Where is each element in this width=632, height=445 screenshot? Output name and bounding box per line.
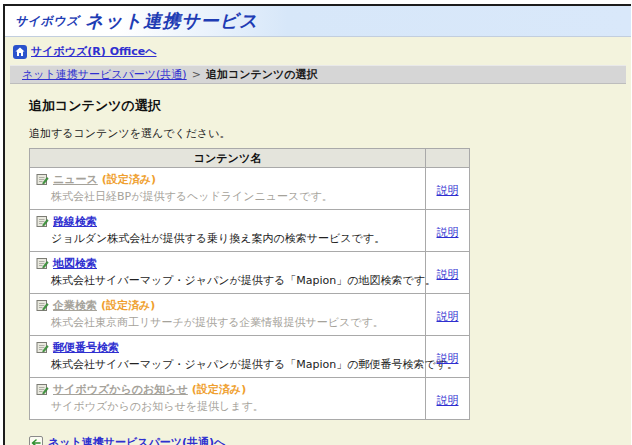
home-office-link[interactable]: サイボウズ(R) Officeへ bbox=[31, 44, 157, 59]
main-content: 追加コンテンツの選択 追加するコンテンツを選んでください。 コンテンツ名 bbox=[5, 84, 631, 420]
content-description: サイボウズからのお知らせを提供します。 bbox=[51, 399, 421, 414]
footer-nav-row: ネット連携サービスパーツ(共通)へ bbox=[29, 435, 631, 445]
breadcrumb-parent-link[interactable]: ネット連携サービスパーツ(共通) bbox=[22, 67, 187, 82]
configured-badge: (設定済み) bbox=[102, 172, 156, 187]
content-description: 株式会社東京商工リサーチが提供する企業情報提供サービスです。 bbox=[51, 315, 421, 330]
content-link[interactable]: サイボウズからのお知らせ bbox=[53, 382, 188, 397]
back-arrow-icon bbox=[29, 436, 43, 445]
content-link[interactable]: 郵便番号検索 bbox=[53, 340, 119, 355]
detail-link[interactable]: 説明 bbox=[437, 394, 459, 407]
detail-cell: 説明 bbox=[426, 294, 470, 336]
home-icon bbox=[13, 45, 27, 59]
detail-link[interactable]: 説明 bbox=[437, 184, 459, 197]
content-link[interactable]: 企業検索 bbox=[53, 298, 97, 313]
configured-badge: (設定済み) bbox=[192, 382, 246, 397]
content-description: 株式会社サイバーマップ・ジャパンが提供する「Mapion」の地図検索です。 bbox=[51, 273, 421, 288]
content-description: ジョルダン株式会社が提供する乗り換え案内の検索サービスです。 bbox=[51, 231, 421, 246]
detail-cell: 説明 bbox=[426, 210, 470, 252]
detail-cell: 説明 bbox=[426, 378, 470, 420]
content-table-body: ニュース (設定済み) 株式会社日経BPが提供するヘッドラインニュースです。 説… bbox=[30, 168, 470, 420]
note-edit-icon bbox=[36, 299, 49, 312]
table-row: ニュース (設定済み) 株式会社日経BPが提供するヘッドラインニュースです。 説… bbox=[30, 168, 470, 210]
content-name-cell: ニュース (設定済み) 株式会社日経BPが提供するヘッドラインニュースです。 bbox=[30, 168, 426, 210]
detail-column-header bbox=[426, 149, 470, 168]
content-description: 株式会社サイバーマップ・ジャパンが提供する「Mapion」の郵便番号検索です。 bbox=[51, 357, 421, 372]
brand-logo: サイボウズ bbox=[15, 13, 79, 30]
content-name-cell: 路線検索 ジョルダン株式会社が提供する乗り換え案内の検索サービスです。 bbox=[30, 210, 426, 252]
detail-link[interactable]: 説明 bbox=[437, 310, 459, 323]
detail-link[interactable]: 説明 bbox=[437, 352, 459, 365]
logo-bar: サイボウズ ネット連携サービス bbox=[5, 6, 631, 37]
configured-badge: (設定済み) bbox=[101, 298, 155, 313]
home-link-row: サイボウズ(R) Officeへ bbox=[5, 37, 631, 59]
content-name-cell: 企業検索 (設定済み) 株式会社東京商工リサーチが提供する企業情報提供サービスで… bbox=[30, 294, 426, 336]
note-edit-icon bbox=[36, 257, 49, 270]
back-to-parts-link[interactable]: ネット連携サービスパーツ(共通)へ bbox=[48, 435, 225, 445]
note-edit-icon bbox=[36, 341, 49, 354]
content-table: コンテンツ名 ニュース (設定済み) 株式会社日経BPが提供するヘッドラインニュ… bbox=[29, 148, 470, 420]
breadcrumb: ネット連携サービスパーツ(共通) > 追加コンテンツの選択 bbox=[10, 65, 626, 84]
content-name-cell: 郵便番号検索 株式会社サイバーマップ・ジャパンが提供する「Mapion」の郵便番… bbox=[30, 336, 426, 378]
note-edit-icon bbox=[36, 173, 49, 186]
table-row: サイボウズからのお知らせ (設定済み) サイボウズからのお知らせを提供します。 … bbox=[30, 378, 470, 420]
note-edit-icon bbox=[36, 215, 49, 228]
content-name-cell: 地図検索 株式会社サイバーマップ・ジャパンが提供する「Mapion」の地図検索で… bbox=[30, 252, 426, 294]
app-window: サイボウズ ネット連携サービス サイボウズ(R) Officeへ ネット連携サー… bbox=[3, 4, 631, 445]
content-name-cell: サイボウズからのお知らせ (設定済み) サイボウズからのお知らせを提供します。 bbox=[30, 378, 426, 420]
breadcrumb-separator: > bbox=[192, 68, 201, 81]
instruction-text: 追加するコンテンツを選んでください。 bbox=[29, 126, 631, 141]
detail-link[interactable]: 説明 bbox=[437, 226, 459, 239]
content-link[interactable]: ニュース bbox=[53, 172, 98, 187]
detail-link[interactable]: 説明 bbox=[437, 268, 459, 281]
table-row: 路線検索 ジョルダン株式会社が提供する乗り換え案内の検索サービスです。 説明 bbox=[30, 210, 470, 252]
detail-cell: 説明 bbox=[426, 168, 470, 210]
content-description: 株式会社日経BPが提供するヘッドラインニュースです。 bbox=[51, 189, 421, 204]
breadcrumb-current: 追加コンテンツの選択 bbox=[206, 67, 318, 82]
table-row: 郵便番号検索 株式会社サイバーマップ・ジャパンが提供する「Mapion」の郵便番… bbox=[30, 336, 470, 378]
table-row: 地図検索 株式会社サイバーマップ・ジャパンが提供する「Mapion」の地図検索で… bbox=[30, 252, 470, 294]
content-link[interactable]: 路線検索 bbox=[53, 214, 97, 229]
table-row: 企業検索 (設定済み) 株式会社東京商工リサーチが提供する企業情報提供サービスで… bbox=[30, 294, 470, 336]
content-name-column-header: コンテンツ名 bbox=[30, 149, 426, 168]
detail-cell: 説明 bbox=[426, 336, 470, 378]
detail-cell: 説明 bbox=[426, 252, 470, 294]
page-title: 追加コンテンツの選択 bbox=[29, 97, 631, 115]
service-logo: ネット連携サービス bbox=[85, 9, 259, 33]
note-edit-icon bbox=[36, 383, 49, 396]
content-link[interactable]: 地図検索 bbox=[53, 256, 97, 271]
